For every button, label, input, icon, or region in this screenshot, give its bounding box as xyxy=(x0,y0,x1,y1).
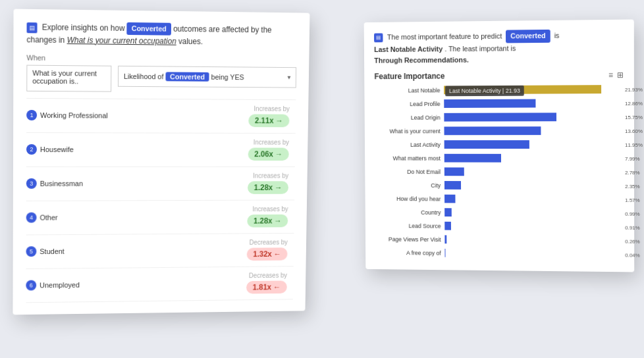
row-label-5: 6 Unemployed xyxy=(26,279,117,290)
row-value-1: Increases by 2.06x→ xyxy=(117,138,295,161)
chart-title: Feature Importance xyxy=(374,72,444,81)
arrow-icon-5: ← xyxy=(273,282,281,292)
bar-fill-11 xyxy=(444,236,446,244)
expand-icon[interactable]: ⊞ xyxy=(617,70,624,80)
row-name-4: Student xyxy=(40,247,64,255)
when-controls: What is your current occupation is.. Lik… xyxy=(26,64,296,93)
arrow-icon-4: ← xyxy=(274,249,282,259)
bar-track-8: 1.57% xyxy=(444,195,624,204)
bar-label-5: What matters most xyxy=(375,155,444,161)
dropdown-arrow-icon: ▾ xyxy=(287,74,290,81)
table-row: 4 Other Increases by 1.28x→ xyxy=(26,200,295,235)
row-name-3: Other xyxy=(40,213,57,221)
bar-track-3: 13.60% xyxy=(444,126,624,135)
direction-label-4: Decreases by xyxy=(117,239,288,247)
bar-track-9: 0.99% xyxy=(444,209,624,218)
bar-value-10: 0.91% xyxy=(625,224,644,230)
bar-label-11: Page Views Per Visit xyxy=(375,236,444,243)
when-label: When xyxy=(26,53,296,64)
chart-area: Last Notable Activity | 21.93 Last Notab… xyxy=(375,84,624,261)
bar-row-4: Last Activity 11.95% xyxy=(375,139,624,151)
multiplier-badge-4: 1.32x← xyxy=(247,247,288,261)
likelihood-select[interactable]: Likelihood of Converted being YES ▾ xyxy=(118,65,296,88)
bar-value-9: 0.99% xyxy=(625,211,644,217)
chart-title-bar: Feature Importance ≡ ⊞ xyxy=(374,70,623,81)
header-icon: ▤ xyxy=(27,22,38,33)
table-row: 1 Working Professional Increases by 2.11… xyxy=(26,98,296,133)
multiplier-badge-1: 2.06x→ xyxy=(248,147,289,161)
bar-fill-6 xyxy=(444,168,464,176)
bar-row-5: What matters most 7.99% xyxy=(375,153,624,165)
menu-icon[interactable]: ≡ xyxy=(608,70,613,80)
most-important-feature: Last Notable Activity xyxy=(374,45,443,53)
row-name-1: Housewife xyxy=(40,145,74,153)
bar-row-9: Country 0.99% xyxy=(375,206,624,219)
multiplier-badge-2: 1.28x→ xyxy=(248,181,288,194)
bar-row-12: A free copy of 0.04% xyxy=(375,247,624,261)
left-header: ▤ Explore insights on how Converted outc… xyxy=(26,21,297,48)
occupation-underline: What is your current occupation xyxy=(67,35,176,45)
table-row: 6 Unemployed Decreases by 1.81x← xyxy=(26,267,293,303)
chart-icons: ≡ ⊞ xyxy=(608,70,624,80)
table-row: 5 Student Decreases by 1.32x← xyxy=(26,233,294,268)
likelihood-text-1: Likelihood of xyxy=(124,72,164,80)
when-section: When What is your current occupation is.… xyxy=(26,53,296,93)
bar-track-4: 11.95% xyxy=(444,140,624,149)
bar-fill-1 xyxy=(444,99,535,108)
left-panel: ▤ Explore insights on how Converted outc… xyxy=(13,9,309,315)
arrow-icon-0: → xyxy=(275,116,283,126)
row-num-0: 1 xyxy=(26,110,37,120)
multiplier-badge-3: 1.28x→ xyxy=(247,215,288,228)
bar-value-6: 2.78% xyxy=(625,169,644,175)
bar-track-7: 2.35% xyxy=(444,181,624,190)
right-panel: ▤ The most important feature to predict … xyxy=(364,19,635,272)
bar-label-0: Last Notable xyxy=(375,87,444,93)
bar-track-1: 12.86% xyxy=(444,99,624,108)
bar-label-3: What is your current xyxy=(375,128,444,134)
table-row: 3 Businessman Increases by 1.28x→ xyxy=(26,166,295,201)
row-name-2: Businessman xyxy=(40,180,83,188)
bar-row-11: Page Views Per Visit 0.26% xyxy=(375,233,624,247)
right-header-icon: ▤ xyxy=(374,34,383,43)
row-label-2: 3 Businessman xyxy=(26,178,117,189)
bar-value-4: 11.95% xyxy=(625,141,644,147)
row-num-2: 3 xyxy=(26,178,37,189)
arrow-icon-2: → xyxy=(275,183,282,192)
bar-value-3: 13.60% xyxy=(625,128,644,134)
row-name-0: Working Professional xyxy=(40,111,108,119)
converted-badge-2: Converted xyxy=(165,72,209,81)
bar-track-6: 2.78% xyxy=(444,168,624,177)
bar-fill-7 xyxy=(444,181,461,190)
bar-row-10: Lead Source 0.91% xyxy=(375,220,624,233)
bar-track-2: 15.75% xyxy=(444,113,624,122)
bar-label-1: Lead Profile xyxy=(375,101,444,107)
bar-fill-8 xyxy=(444,195,456,203)
row-num-4: 5 xyxy=(26,246,36,257)
bar-value-7: 2.35% xyxy=(625,183,644,189)
bar-fill-9 xyxy=(444,209,452,217)
row-label-0: 1 Working Professional xyxy=(26,110,118,121)
least-important-feature: Through Recommendations. xyxy=(374,56,469,64)
bar-value-5: 7.99% xyxy=(625,155,644,161)
bar-label-2: Lead Origin xyxy=(375,115,444,121)
bar-label-10: Lead Source xyxy=(375,222,444,230)
bar-fill-3 xyxy=(444,127,541,136)
bar-fill-10 xyxy=(444,222,451,230)
bar-row-2: Lead Origin 15.75% xyxy=(375,111,624,124)
bar-label-7: City xyxy=(375,182,444,188)
bar-track-5: 7.99% xyxy=(444,154,624,163)
separator-text: . The least important is xyxy=(444,44,516,53)
row-value-4: Decreases by 1.32x← xyxy=(117,239,294,262)
right-converted-badge: Converted xyxy=(506,30,550,43)
row-value-0: Increases by 2.11x→ xyxy=(118,105,296,128)
likelihood-text-2: being YES xyxy=(211,72,244,80)
bar-fill-5 xyxy=(444,154,501,163)
bar-track-11: 0.26% xyxy=(444,236,624,245)
multiplier-badge-0: 2.11x→ xyxy=(248,114,289,127)
bar-row-6: Do Not Email 2.78% xyxy=(375,166,624,178)
right-header-before: The most important feature to predict xyxy=(387,32,502,41)
bar-fill-4 xyxy=(444,140,529,149)
right-header: ▤ The most important feature to predict … xyxy=(374,29,624,67)
bar-label-12: A free copy of xyxy=(375,249,444,257)
bar-label-6: Do Not Email xyxy=(375,168,444,175)
